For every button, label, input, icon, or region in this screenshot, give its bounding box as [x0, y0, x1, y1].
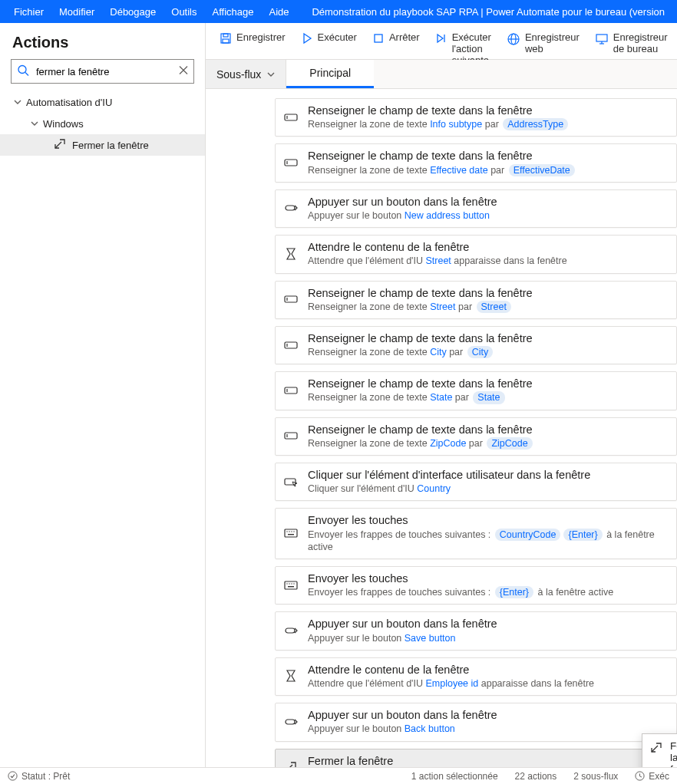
- step-card[interactable]: Envoyer les touchesEnvoyer les frappes d…: [275, 508, 677, 559]
- menu-item-affichage[interactable]: Affichage: [205, 6, 262, 18]
- menu-item-outils[interactable]: Outils: [163, 6, 204, 18]
- search-input[interactable]: [11, 59, 194, 84]
- search-wrap: [11, 59, 194, 84]
- svg-line-4: [55, 142, 61, 148]
- step-desc: Envoyer les frappes de touches suivantes…: [308, 586, 669, 598]
- subflows-dropdown[interactable]: Sous-flux: [206, 60, 286, 88]
- step-title: Envoyer les touches: [308, 513, 669, 527]
- step-desc: Renseigner la zone de texte Street par S…: [308, 301, 669, 313]
- step-desc: Envoyer les frappes de touches suivantes…: [308, 529, 669, 554]
- step-desc: Renseigner la zone de texte Info subtype…: [308, 118, 669, 130]
- press-icon: [283, 716, 299, 727]
- svg-point-0: [18, 66, 26, 74]
- step-card[interactable]: Attendre le contenu de la fenêtreAttendr…: [275, 235, 677, 273]
- svg-rect-29: [285, 433, 297, 439]
- step-card[interactable]: Renseigner le champ de texte dans la fen…: [275, 281, 677, 319]
- menu-item-débogage[interactable]: Débogage: [102, 6, 163, 18]
- step-desc: Attendre que l'élément d'IU Employee id …: [308, 677, 669, 690]
- save-icon: [220, 32, 232, 44]
- tooltip-title: Fermer la fenêtre: [670, 740, 677, 767]
- svg-rect-15: [596, 35, 607, 41]
- svg-line-47: [652, 746, 658, 752]
- svg-rect-31: [285, 479, 296, 485]
- step-title: Renseigner le champ de texte dans la fen…: [308, 104, 669, 117]
- tab-main[interactable]: Principal: [286, 60, 374, 88]
- status-ready: Statut : Prêt: [8, 771, 70, 782]
- web-recorder-button[interactable]: Enregistreurweb: [499, 29, 587, 58]
- step-title: Appuyer sur un bouton dans la fenêtre: [308, 708, 669, 722]
- stop-button[interactable]: Arrêter: [365, 29, 428, 48]
- check-circle-icon: [8, 771, 18, 781]
- step-card[interactable]: Renseigner le champ de texte dans la fen…: [275, 143, 677, 182]
- step-card[interactable]: Cliquer sur l'élément d'interface utilis…: [275, 463, 677, 501]
- status-exec: Exéc: [635, 771, 669, 782]
- step-card[interactable]: Appuyer sur un bouton dans la fenêtreApp…: [275, 703, 677, 741]
- step-title: Attendre le contenu de la fenêtre: [308, 240, 669, 254]
- svg-point-33: [286, 531, 287, 532]
- step-title: Fermer la fenêtre: [308, 754, 669, 768]
- step-title: Renseigner le champ de texte dans la fen…: [308, 286, 669, 300]
- stop-label: Arrêter: [389, 32, 420, 44]
- step-title: Cliquer sur l'élément d'interface utilis…: [308, 468, 669, 482]
- step-desc: Renseigner la zone de texte State par St…: [308, 391, 669, 404]
- svg-marker-8: [304, 34, 311, 43]
- step-card[interactable]: Renseigner le champ de texte dans la fen…: [275, 417, 677, 456]
- svg-rect-20: [285, 160, 297, 166]
- menu-item-modifier[interactable]: Modifier: [51, 6, 102, 18]
- press-icon: [283, 625, 299, 636]
- svg-point-35: [291, 531, 292, 532]
- run-button[interactable]: Exécuter: [293, 29, 365, 48]
- clear-icon[interactable]: [179, 66, 188, 77]
- textbox-icon: [283, 340, 299, 351]
- step-card[interactable]: Appuyer sur un bouton dans la fenêtreApp…: [275, 611, 677, 650]
- step-card[interactable]: Fermer la fenêtreFermer la fenêtre Windo…: [275, 749, 677, 768]
- step-card[interactable]: Envoyer les touchesEnvoyer les frappes d…: [275, 566, 677, 604]
- svg-point-42: [293, 583, 294, 584]
- flow-body: 8Renseigner le champ de texte dans la fe…: [206, 89, 677, 767]
- tree-root-label: Automatisation d'IU: [26, 97, 112, 108]
- keys-icon: [283, 581, 299, 590]
- tooltip-close-window: Fermer la fenêtre Fermer la fenêtre: [642, 733, 677, 767]
- tree-root-ui-automation[interactable]: Automatisation d'IU: [0, 91, 205, 113]
- chevron-down-icon: [14, 97, 21, 108]
- step-desc: Appuyer sur le bouton Back button: [308, 723, 669, 735]
- textbox-icon: [283, 385, 299, 396]
- click-icon: [283, 476, 299, 487]
- step-card[interactable]: Appuyer sur un bouton dans la fenêtreApp…: [275, 189, 677, 228]
- tree-leaf-label: Fermer la fenêtre: [72, 140, 149, 151]
- stop-icon: [372, 32, 385, 44]
- tree-leaf-close-window[interactable]: Fermer la fenêtre: [0, 134, 205, 156]
- actions-panel: Actions Automatisation d'IU Windows Ferm…: [0, 23, 206, 767]
- monitor-icon: [595, 32, 609, 46]
- menu-item-fichier[interactable]: Fichier: [6, 6, 51, 18]
- svg-point-48: [8, 772, 17, 780]
- svg-rect-18: [285, 114, 297, 120]
- step-card[interactable]: Renseigner le champ de texte dans la fen…: [275, 326, 677, 364]
- chevron-down-icon: [31, 118, 38, 130]
- step-card[interactable]: Attendre le contenu de la fenêtreAttendr…: [275, 657, 677, 696]
- step-title: Attendre le contenu de la fenêtre: [308, 663, 669, 677]
- main-area: Sous-flux Principal 8Renseigner le champ…: [206, 60, 677, 767]
- step-card[interactable]: Renseigner le champ de texte dans la fen…: [275, 98, 677, 137]
- chevron-down-icon: [267, 71, 275, 78]
- textbox-icon: [283, 430, 299, 441]
- svg-rect-22: [286, 206, 295, 210]
- play-next-icon: [435, 32, 447, 44]
- desktop-recorder-label: Enregistreurde bureau: [613, 32, 668, 55]
- desktop-recorder-button[interactable]: Enregistreurde bureau: [587, 29, 675, 58]
- tree-group-label: Windows: [43, 118, 84, 130]
- step-desc: Renseigner la zone de texte Effective da…: [308, 164, 669, 176]
- save-label: Enregistrer: [236, 32, 286, 44]
- menu-item-aide[interactable]: Aide: [261, 6, 296, 18]
- tree-group-windows[interactable]: Windows: [0, 113, 205, 134]
- svg-rect-6: [223, 34, 228, 37]
- step-card[interactable]: Renseigner le champ de texte dans la fen…: [275, 371, 677, 410]
- search-icon: [17, 64, 29, 79]
- svg-rect-43: [288, 586, 294, 587]
- close-icon: [283, 761, 299, 767]
- svg-point-39: [286, 583, 287, 584]
- step-desc: Renseigner la zone de texte City par Cit…: [308, 346, 669, 358]
- subflows-label: Sous-flux: [216, 68, 261, 81]
- save-button[interactable]: Enregistrer: [212, 29, 293, 48]
- svg-rect-45: [286, 720, 295, 724]
